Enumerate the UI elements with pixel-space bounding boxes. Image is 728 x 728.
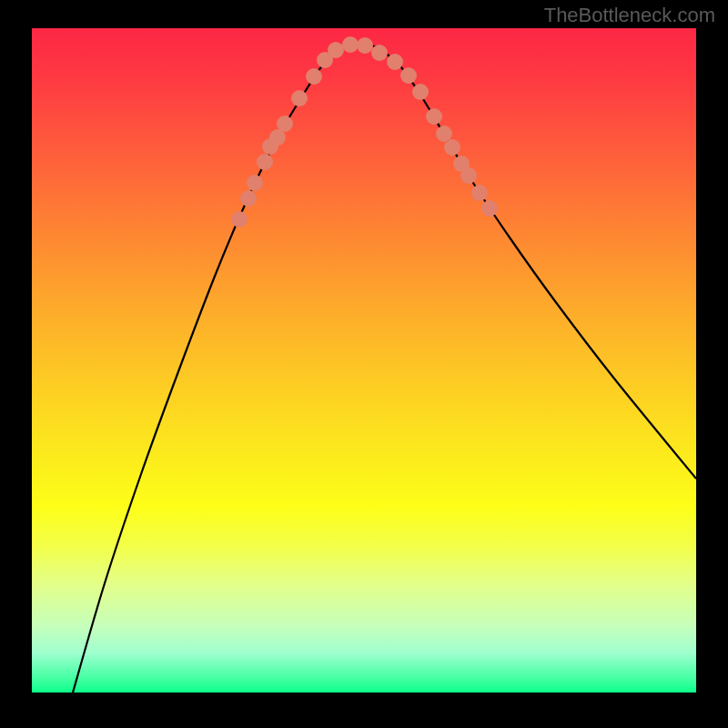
curve-marker [328,42,344,58]
curve-marker [460,167,477,184]
curve-marker [357,37,373,54]
curve-svg [32,28,696,693]
curve-marker [306,68,322,85]
curve-marker [240,190,257,207]
bottleneck-curve-path [73,43,696,693]
curve-marker [481,200,498,217]
watermark-text: TheBottleneck.com [544,4,715,27]
curve-marker [412,84,429,100]
curve-markers-group [231,36,498,228]
curve-marker [277,116,293,132]
curve-marker [247,175,263,191]
curve-marker [342,36,359,53]
curve-marker [371,45,388,61]
curve-marker [291,90,308,106]
curve-marker [436,126,452,142]
curve-marker [231,211,248,228]
curve-marker [257,154,273,170]
curve-marker [387,54,403,70]
curve-marker [471,185,488,201]
curve-marker [444,139,460,156]
curve-marker [400,67,417,84]
curve-marker [426,108,442,125]
chart-frame [32,28,696,693]
